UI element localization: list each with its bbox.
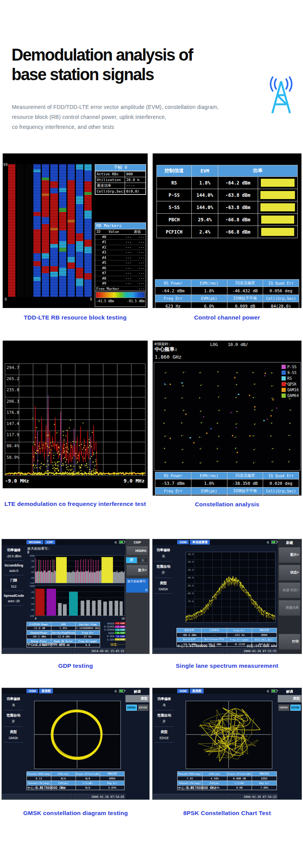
psk8-softkey-panel: 解调 类型 GMSK EDGE bbox=[278, 688, 301, 799]
tab-gsm[interactable]: GSM bbox=[26, 689, 38, 693]
softpanel-title: 解调 bbox=[278, 688, 301, 694]
subtitle-line-1: Measurement of FDD/TDD-LTE error vector … bbox=[12, 104, 219, 110]
max-hold-dot bbox=[33, 456, 34, 457]
gmsk-button[interactable]: GMSK bbox=[278, 705, 289, 711]
tab-constellation[interactable]: 星座图 bbox=[190, 688, 204, 693]
zoom-button[interactable]: 放大> bbox=[126, 565, 148, 576]
gsm-main: -10.0-20.0-30.0-40.0-50.0-60.0-70.0 通道功率… bbox=[174, 545, 278, 649]
y-axis-tick-label: 176.8 bbox=[7, 410, 19, 415]
softkey-button[interactable]: 图片> bbox=[278, 547, 301, 563]
max-hold-dot bbox=[96, 464, 97, 465]
marker-row: #4------ bbox=[95, 255, 146, 260]
legend-label: P-SS bbox=[287, 365, 296, 369]
legend-swatch bbox=[282, 365, 286, 369]
gmsk-status-bar: 2000-01-20 07:54:05 bbox=[2, 794, 126, 799]
tab-gsm[interactable]: GSM bbox=[177, 540, 189, 544]
noise-dot bbox=[31, 474, 32, 474]
max-hold-dot bbox=[92, 462, 94, 463]
marker-col-diff: 差值 bbox=[133, 229, 146, 234]
edge-button[interactable]: EDGE bbox=[138, 705, 149, 711]
max-hold-dot bbox=[59, 448, 60, 449]
marker-diff: --- bbox=[133, 250, 146, 255]
psk8-status-bar: 2000-01-20 07:54:23 bbox=[153, 794, 278, 799]
max-hold-dot bbox=[40, 468, 41, 469]
tab-constellation[interactable]: 星座图 bbox=[39, 688, 53, 693]
legend-swatch bbox=[282, 388, 286, 392]
y-axis-tick-label: -20 bbox=[30, 560, 34, 562]
max-hold-dot bbox=[52, 462, 53, 463]
max-hold-dot bbox=[54, 469, 56, 471]
code-domain-bar bbox=[115, 601, 118, 616]
gmsk-results-header-cell: EVM(rms) bbox=[51, 772, 76, 776]
max-hold-dot bbox=[65, 471, 66, 473]
softkey-button[interactable]: 测量结果 bbox=[278, 600, 301, 616]
y-axis-tick-label: -100 bbox=[29, 614, 35, 617]
max-hold-dot bbox=[64, 440, 65, 441]
qam64-point bbox=[254, 424, 255, 425]
max-hold-dot bbox=[69, 427, 70, 428]
softkey-button[interactable]: 打印 bbox=[278, 634, 301, 650]
channel-power: -64.2 dBm bbox=[218, 177, 258, 189]
power-bar bbox=[260, 191, 295, 199]
qam64-point bbox=[219, 436, 220, 436]
psk8-plot bbox=[186, 701, 272, 769]
gsm-results-header-row: Burst功率BurstPower平均Freq Err(ppm)BSIC(NCC… bbox=[177, 637, 277, 642]
gmsk-button[interactable]: GMSK bbox=[126, 705, 137, 711]
rb-markers-panel: RB Markers IDValue差值#0------#1------#2--… bbox=[95, 222, 146, 292]
noise-dot bbox=[59, 473, 60, 473]
softkey-button[interactable]: 轨迹·状态> bbox=[278, 582, 301, 598]
qam64-point bbox=[182, 462, 183, 463]
cdp-sidebar: 功率偏移-20.0 dBmScramblingauto:0门限512Spread… bbox=[2, 545, 26, 649]
constellation-summary-header-cell: IQ直流偏置 bbox=[227, 472, 263, 479]
channel-power-bar-cell bbox=[258, 177, 298, 189]
toggle-on-button[interactable]: 开 bbox=[126, 557, 137, 563]
qam64-point bbox=[255, 423, 255, 424]
max-hold-dot bbox=[96, 473, 97, 474]
qam64-point bbox=[165, 448, 165, 448]
rb-heat-column bbox=[84, 164, 92, 297]
softkey-button[interactable]: 状态> bbox=[278, 565, 301, 581]
toggle-off-button[interactable]: 关 bbox=[137, 557, 148, 563]
center-freq-label: 中心频率: bbox=[155, 346, 178, 353]
marker-col-id: ID bbox=[95, 229, 107, 234]
max-hold-dot bbox=[43, 445, 44, 446]
max-hold-dot bbox=[70, 420, 71, 421]
usb-icon: Ψ bbox=[266, 541, 270, 544]
marker-value: --- bbox=[107, 240, 133, 245]
yellow-channel-block bbox=[102, 557, 113, 583]
cdp-legend-value: -11.0dB bbox=[115, 626, 125, 628]
marker-row: #1------ bbox=[95, 240, 146, 245]
max-hold-dot bbox=[79, 466, 80, 467]
marker-value: --- bbox=[107, 234, 133, 240]
qam64-point bbox=[237, 412, 238, 412]
qam64-point bbox=[200, 411, 201, 412]
qam16-point bbox=[265, 373, 266, 374]
psk8-results-header-cell: EVM(rms) bbox=[202, 772, 227, 776]
psk8-results-header-row: PhaseErrPk(deg)EVM(pk)C/I(dB)Mag Err bbox=[178, 781, 277, 786]
rb-heat-column bbox=[50, 164, 58, 297]
noise-dot bbox=[14, 473, 15, 474]
ccp-summary-value-row: 623 Hz6.0%0.009 dB84(28,0) bbox=[155, 302, 299, 308]
zoom-start-index-button[interactable]: 放大起始索引 0 bbox=[126, 578, 148, 593]
qam64-point bbox=[273, 462, 274, 462]
tab-cdp[interactable]: CDP bbox=[44, 540, 56, 544]
tab-single-channel-spectrum[interactable]: 单信道频谱 bbox=[190, 540, 210, 545]
gmsk-screen: GSM 星座图 Ψ 功率偏移关范围自动开类型GMSK PhaseErrRMS(d… bbox=[2, 688, 150, 800]
gsm-results-header-cell: Burst功率 bbox=[177, 637, 202, 642]
max-hold-dot bbox=[53, 474, 54, 475]
tab-wcdma[interactable]: WCDMA bbox=[26, 540, 43, 544]
gsm-results-header-cell: 调制类型 bbox=[252, 628, 277, 633]
cdp-legend-entry: CPICH-11.0dB bbox=[101, 622, 125, 625]
edge-button[interactable]: EDGE bbox=[290, 705, 301, 711]
zoom-index-value: 0 bbox=[27, 550, 29, 554]
max-hold-dot bbox=[82, 449, 83, 450]
hsdpa-button[interactable]: HSDPA bbox=[126, 546, 148, 556]
psk8-results-value-row: 7.454.58%0.000 dBEDGE bbox=[178, 776, 277, 781]
max-hold-dot bbox=[70, 469, 71, 470]
zoom-index-label: 放大起始索引: bbox=[27, 546, 50, 551]
max-hold-dot bbox=[89, 442, 91, 443]
tab-gsm[interactable]: GSM bbox=[177, 689, 189, 693]
qam64-point bbox=[201, 437, 201, 437]
caption-control-channel: Control channel power bbox=[153, 314, 301, 321]
cdp-results-header-cell: Carrier Freq bbox=[76, 622, 100, 626]
